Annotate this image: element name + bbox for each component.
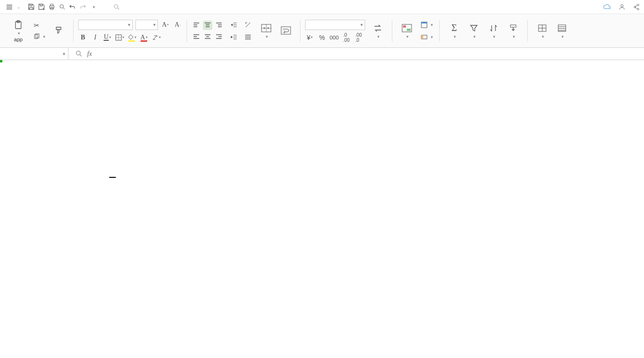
scissors-icon: ✂ bbox=[33, 22, 40, 29]
sort-button[interactable]: ▾ bbox=[484, 17, 503, 45]
name-box-input[interactable] bbox=[0, 51, 68, 57]
unsaved-indicator[interactable] bbox=[603, 4, 612, 10]
file-menu[interactable]: ⌄ bbox=[3, 2, 23, 12]
sigma-icon: Σ bbox=[449, 23, 459, 33]
sheet-area[interactable] bbox=[0, 60, 644, 358]
merge-center-button[interactable]: ▾ bbox=[256, 17, 276, 45]
svg-rect-15 bbox=[407, 29, 411, 31]
fill-color-icon[interactable]: ▾ bbox=[127, 33, 136, 42]
comma-icon[interactable]: 000 bbox=[329, 33, 339, 42]
underline-icon[interactable]: U▾ bbox=[103, 33, 112, 42]
chevron-down-icon: ⌄ bbox=[17, 5, 21, 9]
font-name-select[interactable] bbox=[78, 20, 133, 30]
fill-button[interactable]: ▾ bbox=[503, 17, 523, 45]
cell-cursor-icon bbox=[109, 174, 116, 181]
svg-rect-20 bbox=[510, 25, 516, 27]
copy-button[interactable]: ▾ bbox=[31, 32, 47, 41]
hamburger-icon bbox=[6, 3, 13, 11]
orientation-icon[interactable] bbox=[243, 20, 253, 30]
format-painter-button[interactable] bbox=[49, 17, 69, 45]
fill-handle[interactable] bbox=[0, 60, 2, 62]
print-icon[interactable] bbox=[48, 3, 55, 11]
svg-point-23 bbox=[76, 51, 80, 55]
fill-down-icon bbox=[508, 23, 518, 33]
paste-button[interactable]: ▾ app bbox=[8, 17, 28, 45]
percent-icon[interactable]: % bbox=[317, 33, 327, 42]
clear-format-icon[interactable]: ▾ bbox=[151, 33, 161, 42]
sort-icon bbox=[488, 23, 499, 33]
save-icon[interactable] bbox=[27, 3, 35, 11]
table-style-button[interactable]: ▾ bbox=[419, 20, 435, 30]
merge-icon bbox=[261, 23, 271, 33]
align-center-icon[interactable] bbox=[203, 32, 212, 41]
svg-rect-17 bbox=[421, 22, 427, 23]
currency-icon[interactable]: ¥▾ bbox=[305, 33, 315, 42]
undo-icon[interactable] bbox=[68, 3, 76, 11]
cells-icon bbox=[537, 23, 547, 33]
increase-decimal-icon[interactable]: .0.00 bbox=[342, 33, 351, 42]
qat-customize-dropdown[interactable]: ▾ bbox=[89, 2, 98, 12]
formula-bar: fx bbox=[0, 48, 644, 60]
svg-point-4 bbox=[114, 4, 118, 8]
name-box[interactable] bbox=[0, 48, 68, 60]
type-convert-button[interactable]: ▾ bbox=[368, 17, 388, 45]
wrap-text-button[interactable] bbox=[276, 17, 296, 45]
share-button[interactable] bbox=[633, 4, 641, 10]
command-search[interactable] bbox=[113, 4, 178, 10]
rows-cols-button[interactable]: ▾ bbox=[552, 17, 572, 45]
align-left-icon[interactable] bbox=[192, 32, 201, 41]
share-icon bbox=[633, 4, 640, 10]
border-icon[interactable]: ▾ bbox=[115, 33, 124, 42]
increase-indent-icon[interactable] bbox=[229, 32, 239, 42]
group-clipboard: ▾ app ✂ ▾ bbox=[4, 16, 74, 46]
cells-button[interactable]: ▾ bbox=[532, 17, 552, 45]
svg-rect-14 bbox=[403, 25, 406, 28]
font-color-icon[interactable]: A▾ bbox=[139, 33, 149, 42]
copy-icon bbox=[33, 33, 40, 40]
coop-button[interactable] bbox=[619, 4, 627, 10]
formula-input[interactable] bbox=[96, 51, 638, 57]
group-editing: Σ▾ ▾ ▾ ▾ bbox=[440, 16, 528, 46]
number-format-select[interactable] bbox=[305, 20, 365, 30]
redo-icon[interactable] bbox=[79, 3, 86, 11]
increase-font-icon[interactable]: A+ bbox=[161, 20, 170, 30]
svg-rect-19 bbox=[421, 35, 423, 39]
save-as-icon[interactable] bbox=[37, 3, 45, 11]
align-right-icon[interactable] bbox=[214, 32, 224, 41]
command-search-input[interactable] bbox=[122, 4, 178, 10]
menubar: ⌄ ▾ bbox=[0, 0, 644, 14]
cond-format-icon bbox=[402, 23, 412, 33]
search-icon bbox=[113, 4, 120, 10]
justify-icon[interactable] bbox=[243, 32, 253, 42]
sum-button[interactable]: Σ▾ bbox=[444, 17, 464, 45]
funnel-icon bbox=[469, 23, 479, 33]
fx-icon[interactable]: fx bbox=[87, 50, 92, 58]
group-font: A+ A- B I U▾ ▾ ▾ A▾ ▾ bbox=[74, 16, 187, 46]
user-icon bbox=[619, 4, 625, 10]
bold-icon[interactable]: B bbox=[78, 33, 88, 42]
cell-style-icon bbox=[420, 33, 428, 41]
decrease-font-icon[interactable]: A- bbox=[173, 20, 182, 30]
cond-format-button[interactable]: ▾ bbox=[397, 17, 417, 45]
italic-icon[interactable]: I bbox=[90, 33, 100, 42]
magnify-icon[interactable] bbox=[74, 49, 83, 59]
table-style-icon bbox=[420, 21, 428, 29]
decrease-indent-icon[interactable] bbox=[229, 20, 239, 30]
filter-button[interactable]: ▾ bbox=[464, 17, 484, 45]
align-top-left-icon[interactable] bbox=[192, 21, 201, 30]
svg-point-3 bbox=[60, 5, 63, 8]
wrap-icon bbox=[281, 25, 291, 36]
group-number: ¥▾ % 000 .0.00 .00.0 ▾ bbox=[300, 16, 392, 46]
quick-access-toolbar: ▾ bbox=[27, 2, 98, 12]
rows-cols-icon bbox=[557, 23, 567, 33]
cut-button[interactable]: ✂ bbox=[31, 21, 47, 30]
decrease-decimal-icon[interactable]: .00.0 bbox=[354, 33, 363, 42]
active-cell-outline bbox=[0, 60, 2, 62]
print-preview-icon[interactable] bbox=[58, 3, 66, 11]
align-top-right-icon[interactable] bbox=[214, 21, 224, 30]
align-top-center-icon[interactable] bbox=[203, 21, 212, 30]
font-size-select[interactable] bbox=[135, 20, 158, 30]
paintbrush-icon bbox=[54, 25, 64, 36]
convert-icon bbox=[373, 23, 383, 33]
cell-style-button[interactable]: ▾ bbox=[419, 32, 435, 42]
